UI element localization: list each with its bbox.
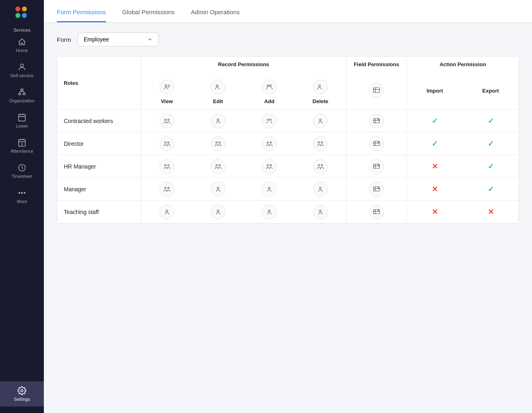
svg-point-45: [378, 164, 379, 165]
svg-point-32: [318, 142, 320, 143]
delete-cell[interactable]: [295, 110, 346, 132]
view-scope-icon[interactable]: [160, 80, 174, 94]
svg-rect-2: [19, 93, 21, 95]
svg-point-40: [267, 164, 268, 166]
view-cell[interactable]: [141, 201, 192, 223]
tab-form-permissions[interactable]: Form Permissions: [57, 9, 106, 22]
import-cell[interactable]: ✓: [407, 132, 463, 155]
field-cell[interactable]: [346, 110, 407, 132]
svg-point-12: [165, 85, 167, 87]
edit-scope-icon[interactable]: [211, 80, 225, 94]
svg-point-20: [217, 119, 219, 121]
check-icon: ✓: [488, 185, 494, 193]
sidebar-item-self-service[interactable]: Self-service: [0, 58, 44, 83]
edit-cell[interactable]: [192, 110, 244, 132]
field-scope-icon[interactable]: [369, 83, 384, 97]
svg-rect-1: [21, 89, 23, 91]
tab-admin-operations[interactable]: Admin Operations: [191, 9, 240, 22]
logo-dot-yellow: [22, 6, 27, 11]
sidebar-item-organization-label: Organization: [9, 98, 35, 103]
check-icon: ✓: [488, 140, 494, 148]
export-header: Export: [463, 72, 519, 110]
sidebar-item-organization[interactable]: Organization: [0, 83, 44, 108]
export-cell[interactable]: ✓: [463, 110, 519, 132]
field-permissions-header: Field Permissions: [346, 56, 407, 72]
role-name-cell: Contracted workers: [57, 110, 141, 132]
svg-point-48: [217, 187, 219, 189]
delete-cell[interactable]: [295, 178, 346, 201]
svg-point-47: [168, 187, 169, 189]
add-scope-icon[interactable]: [262, 80, 277, 94]
sidebar-item-leave[interactable]: Leave: [0, 108, 44, 133]
sidebar-item-more[interactable]: More: [0, 184, 44, 209]
sidebar-item-home[interactable]: Home: [0, 32, 44, 58]
form-label: Form: [57, 36, 71, 43]
export-cell[interactable]: ✓: [463, 178, 519, 201]
add-cell[interactable]: [244, 201, 295, 223]
import-cell[interactable]: ✕: [407, 155, 463, 178]
delete-cell[interactable]: [295, 155, 346, 178]
role-name-cell: Manager: [57, 178, 141, 201]
svg-point-23: [320, 119, 322, 121]
import-cell[interactable]: ✕: [407, 201, 463, 223]
check-icon: ✓: [488, 117, 494, 125]
svg-rect-5: [19, 140, 26, 147]
export-cell[interactable]: ✕: [463, 201, 519, 223]
edit-cell[interactable]: [192, 155, 244, 178]
table-row: Teaching staff: [57, 201, 519, 223]
add-cell[interactable]: [244, 155, 295, 178]
svg-point-56: [320, 210, 322, 212]
view-cell[interactable]: [141, 132, 192, 155]
svg-point-13: [216, 85, 218, 87]
check-icon: ✓: [432, 140, 438, 148]
sidebar-item-settings[interactable]: Settings: [0, 381, 44, 407]
field-cell[interactable]: [346, 132, 407, 155]
field-cell[interactable]: [346, 178, 407, 201]
export-cell[interactable]: ✓: [463, 155, 519, 178]
svg-point-19: [168, 119, 169, 121]
chevron-down-icon: [147, 37, 153, 42]
view-header: View: [141, 72, 192, 110]
sidebar-item-timesheet[interactable]: Timesheet: [0, 158, 44, 184]
cross-icon: ✕: [488, 208, 494, 216]
role-name-cell: Director: [57, 132, 141, 155]
tab-global-permissions[interactable]: Global Permissions: [122, 9, 175, 22]
sidebar-item-attendance[interactable]: Attendance: [0, 133, 44, 158]
svg-point-42: [318, 164, 320, 166]
field-col-header: [346, 72, 407, 110]
edit-header-label: Edit: [213, 98, 223, 104]
delete-cell[interactable]: [295, 132, 346, 155]
view-cell[interactable]: [141, 110, 192, 132]
svg-point-54: [217, 210, 219, 212]
import-cell[interactable]: ✕: [407, 178, 463, 201]
logo: [15, 6, 28, 18]
form-select[interactable]: Employee: [78, 32, 159, 46]
add-cell[interactable]: [244, 178, 295, 201]
svg-point-9: [22, 192, 23, 194]
sidebar-item-leave-label: Leave: [16, 123, 28, 128]
view-cell[interactable]: [141, 178, 192, 201]
delete-cell[interactable]: [295, 201, 346, 223]
edit-cell[interactable]: [192, 178, 244, 201]
svg-point-26: [164, 142, 166, 143]
add-header-label: Add: [264, 98, 274, 104]
svg-point-14: [267, 85, 269, 87]
svg-point-6: [22, 144, 22, 145]
delete-scope-icon[interactable]: [313, 80, 328, 94]
svg-point-21: [267, 119, 269, 121]
edit-cell[interactable]: [192, 201, 244, 223]
svg-rect-3: [23, 93, 26, 95]
svg-point-53: [166, 210, 168, 212]
field-cell[interactable]: [346, 201, 407, 223]
export-cell[interactable]: ✓: [463, 132, 519, 155]
view-cell[interactable]: [141, 155, 192, 178]
form-row: Form Employee: [57, 32, 519, 46]
svg-point-33: [321, 142, 323, 143]
add-cell[interactable]: [244, 132, 295, 155]
import-cell[interactable]: ✓: [407, 110, 463, 132]
table-row: Contracted workers: [57, 110, 519, 132]
svg-point-16: [319, 85, 321, 87]
edit-cell[interactable]: [192, 132, 244, 155]
add-cell[interactable]: [244, 110, 295, 132]
field-cell[interactable]: [346, 155, 407, 178]
